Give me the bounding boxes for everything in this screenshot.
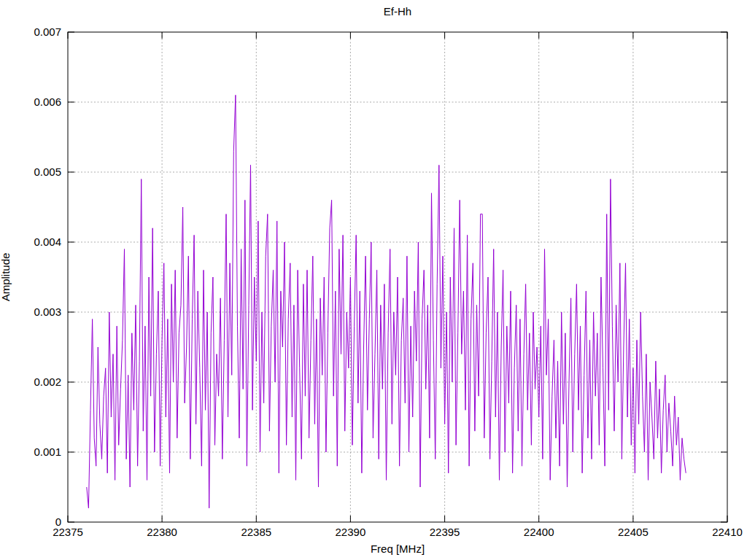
x-tick-label: 22405	[618, 526, 649, 538]
x-tick-label: 22390	[336, 526, 366, 538]
y-tick-label: 0	[55, 516, 61, 528]
x-axis-label: Freq [MHz]	[371, 542, 425, 555]
y-tick-label: 0.001	[34, 446, 61, 458]
x-tick-label: 22410	[712, 526, 743, 538]
y-tick-label: 0.006	[34, 96, 61, 108]
y-tick-label: 0.002	[34, 376, 61, 388]
y-axis-label: Amplitude	[0, 253, 12, 302]
data-series-line	[87, 95, 686, 508]
x-tick-label: 22395	[430, 526, 460, 538]
y-tick-label: 0.004	[34, 236, 61, 248]
y-tick-label: 0.003	[34, 306, 61, 318]
x-tick-label: 22400	[524, 526, 554, 538]
spectrum-chart: 2237522380223852239022395224002240522410…	[0, 0, 747, 560]
spectrum-chart-page: 2237522380223852239022395224002240522410…	[0, 0, 747, 560]
chart-title: Ef-Hh	[384, 5, 411, 18]
x-tick-label: 22380	[147, 526, 177, 538]
y-tick-label: 0.005	[34, 166, 61, 178]
y-tick-label: 0.007	[34, 26, 61, 38]
x-tick-label: 22385	[241, 526, 271, 538]
data-layer	[87, 95, 686, 508]
